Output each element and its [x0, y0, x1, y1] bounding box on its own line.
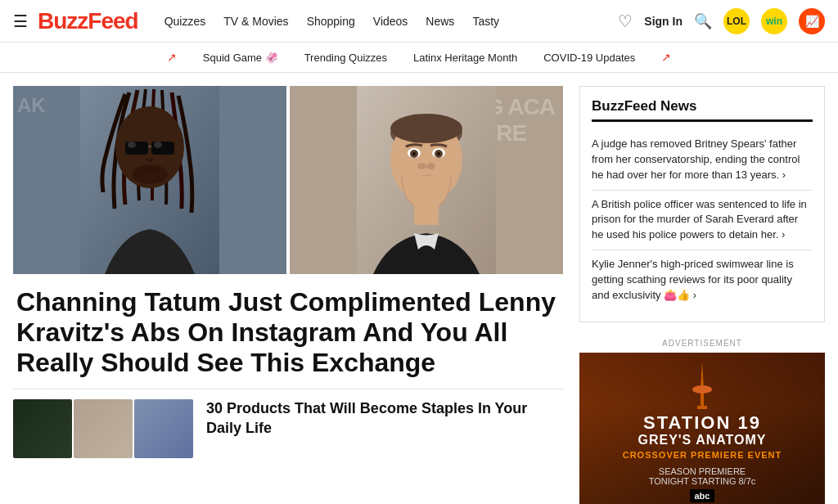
win-badge[interactable]: win: [761, 8, 787, 34]
news-story-3[interactable]: Kylie Jenner's high-priced swimwear line…: [592, 250, 813, 310]
ad-label: ADVERTISEMENT: [579, 339, 825, 348]
second-story-images: [13, 399, 193, 458]
lol-badge[interactable]: LOL: [723, 8, 750, 34]
buzzfeed-news-box: BuzzFeed News A judge has removed Britne…: [579, 86, 825, 322]
advertisement-box[interactable]: STATION 19 GREY'S ANATOMY CROSSOVER PREM…: [579, 353, 825, 504]
trend-covid-label: COVID-19 Updates: [543, 52, 635, 64]
right-column: BuzzFeed News A judge has removed Britne…: [579, 86, 825, 504]
svg-rect-20: [414, 200, 439, 225]
svg-point-16: [412, 152, 416, 155]
trending-arrow-left: ↗: [167, 51, 177, 64]
trend-latinx[interactable]: Latinx Heritage Month: [413, 52, 517, 64]
trending-arrow-right: ↗: [661, 51, 671, 64]
svg-marker-21: [701, 362, 704, 389]
trend-quizzes-label: Trending Quizzes: [304, 52, 387, 64]
svg-point-11: [390, 114, 462, 143]
svg-point-19: [427, 163, 435, 169]
svg-point-7: [132, 164, 168, 184]
nav-tv-movies[interactable]: TV & Movies: [217, 11, 295, 31]
trend-covid[interactable]: COVID-19 Updates: [543, 52, 635, 64]
svg-rect-24: [697, 406, 707, 409]
second-story[interactable]: 30 Products That Will Become Staples In …: [13, 389, 563, 468]
thumb-image-1: [13, 399, 72, 458]
bg-text-left: AK: [17, 94, 46, 117]
channing-silhouette: [357, 86, 496, 274]
svg-point-18: [417, 163, 426, 169]
nav-shopping[interactable]: Shopping: [300, 11, 362, 31]
nav-videos[interactable]: Videos: [367, 11, 415, 31]
main-content: AK: [0, 73, 838, 504]
hero-text-block: Channing Tatum Just Complimented Lenny K…: [13, 274, 563, 389]
header: ☰ BuzzFeed Quizzes TV & Movies Shopping …: [0, 0, 838, 43]
header-right: ♡ Sign In 🔍 LOL win 📈: [618, 8, 825, 34]
ad-network: abc: [690, 489, 715, 502]
hero-title[interactable]: Channing Tatum Just Complimented Lenny K…: [16, 287, 560, 377]
ad-tonight: TONIGHT STARTING 8/7c: [623, 476, 782, 486]
main-nav: Quizzes TV & Movies Shopping Videos News…: [158, 11, 506, 31]
svg-point-5: [128, 142, 136, 148]
thumb-image-2: [74, 399, 133, 458]
hero-image-lenny[interactable]: AK: [13, 86, 286, 274]
nav-quizzes[interactable]: Quizzes: [158, 11, 213, 31]
second-story-title[interactable]: 30 Products That Will Become Staples In …: [206, 399, 563, 438]
ad-show1: STATION 19: [623, 414, 782, 432]
trend-squid-game[interactable]: Squid Game 🦑: [203, 52, 278, 64]
ad-show2: GREY'S ANATOMY: [623, 434, 782, 447]
left-column: AK: [13, 86, 563, 504]
trending-bar: ↗ Squid Game 🦑 Trending Quizzes Latinx H…: [0, 43, 838, 73]
trend-quizzes[interactable]: Trending Quizzes: [304, 52, 387, 64]
svg-point-6: [154, 142, 162, 148]
trend-latinx-label: Latinx Heritage Month: [413, 52, 517, 64]
second-story-text: 30 Products That Will Become Staples In …: [206, 399, 563, 458]
trending-badge[interactable]: 📈: [799, 8, 825, 34]
buzzfeed-news-title: BuzzFeed News: [592, 98, 813, 122]
header-left: ☰ BuzzFeed: [13, 8, 138, 34]
news-story-1[interactable]: A judge has removed Britney Spears' fath…: [592, 130, 813, 191]
hero-images[interactable]: AK: [13, 86, 563, 274]
nav-news[interactable]: News: [419, 11, 461, 31]
heart-icon[interactable]: ♡: [618, 11, 633, 31]
lenny-silhouette: [80, 86, 219, 274]
hero-image-channing[interactable]: ING ACACARE: [290, 86, 563, 274]
ad-crossover: CROSSOVER PREMIERE EVENT: [623, 450, 782, 460]
ad-season: SEASON PREMIERE: [623, 466, 782, 476]
sign-in-button[interactable]: Sign In: [644, 15, 683, 28]
ad-content: STATION 19 GREY'S ANATOMY CROSSOVER PREM…: [623, 360, 782, 504]
thumb-image-3: [134, 399, 193, 458]
space-needle-icon: [678, 360, 727, 409]
svg-point-17: [437, 152, 440, 155]
svg-point-22: [692, 385, 712, 394]
search-icon[interactable]: 🔍: [694, 12, 712, 30]
trend-squid-game-label: Squid Game 🦑: [203, 52, 278, 64]
news-story-2[interactable]: A British police officer was sentenced t…: [592, 191, 813, 251]
logo[interactable]: BuzzFeed: [38, 8, 138, 34]
nav-tasty[interactable]: Tasty: [466, 11, 506, 31]
menu-icon[interactable]: ☰: [13, 11, 28, 31]
